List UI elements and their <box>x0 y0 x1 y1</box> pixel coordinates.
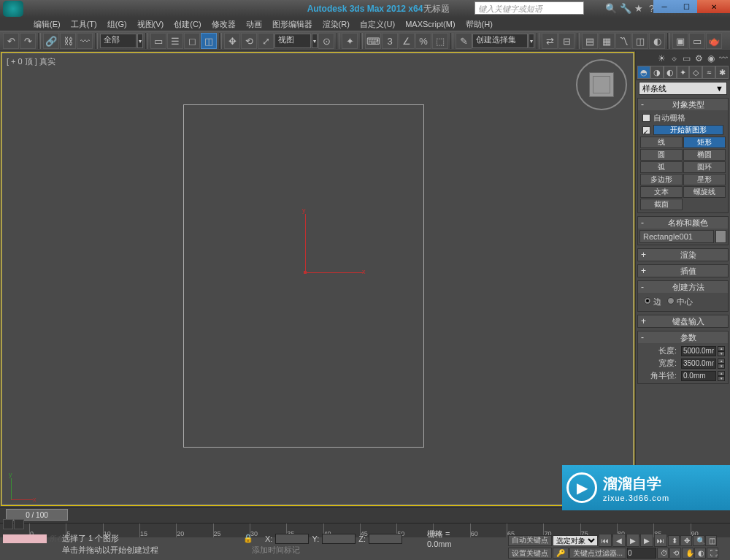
trackbar-icon-2[interactable] <box>14 519 24 529</box>
selection-filter-dropdown[interactable]: 全部 <box>100 34 137 48</box>
light-lister-icon[interactable]: ☀ <box>656 53 666 64</box>
trackbar-icon-1[interactable] <box>3 519 13 529</box>
menu-customize[interactable]: 自定义(U) <box>356 19 399 30</box>
corner-up[interactable]: ▴ <box>718 371 725 376</box>
menu-animation[interactable]: 动画 <box>242 19 266 30</box>
time-config-button[interactable]: ⏱ <box>657 548 669 559</box>
utility-icon[interactable]: 〰 <box>718 53 729 64</box>
menu-rendering[interactable]: 渲染(R) <box>318 19 354 30</box>
render-button[interactable]: 🫖 <box>706 33 722 49</box>
key-icon-button[interactable]: 🔑 <box>553 548 569 559</box>
mirror-button[interactable]: ⇄ <box>542 33 558 49</box>
pivot-center-button[interactable]: ⊙ <box>318 33 334 49</box>
corner-spinner[interactable] <box>681 371 716 381</box>
window-crossing-button[interactable]: ◫ <box>201 33 217 49</box>
tab-systems[interactable]: ✱ <box>715 66 729 79</box>
help-search-input[interactable]: 键入关键字或短语 <box>474 1 584 15</box>
create-category-dropdown[interactable]: 样条线▼ <box>639 82 727 95</box>
ngon-button[interactable]: 多边形 <box>640 174 683 185</box>
set-key-button[interactable]: 设置关键点 <box>508 548 552 559</box>
rendered-frame-button[interactable]: ▭ <box>689 33 705 49</box>
rollout-header-keyboard[interactable]: +键盘输入 <box>638 315 728 327</box>
unlink-button[interactable]: ⛓ <box>60 33 76 49</box>
rollout-header-object-type[interactable]: -对象类型 <box>638 99 728 110</box>
menu-modifiers[interactable]: 修改器 <box>207 19 240 30</box>
menu-help[interactable]: 帮助(H) <box>461 19 497 30</box>
donut-button[interactable]: 圆环 <box>683 161 726 173</box>
rectangle-button[interactable]: 矩形 <box>683 137 726 148</box>
goto-start-button[interactable]: ⏮ <box>599 534 612 547</box>
autogrid-checkbox[interactable] <box>642 114 650 122</box>
line-button[interactable]: 线 <box>640 137 683 148</box>
snap-toggle-button[interactable]: 3 <box>382 33 398 49</box>
app-logo-icon[interactable] <box>3 1 23 17</box>
move-button[interactable]: ✥ <box>224 33 240 49</box>
key-target-dropdown[interactable]: 选定对象 <box>553 535 598 546</box>
spinner-snap-button[interactable]: ⬚ <box>432 33 448 49</box>
tab-cameras[interactable]: ✦ <box>677 66 690 79</box>
undo-button[interactable]: ↶ <box>3 33 19 49</box>
rollout-header-method[interactable]: -创建方法 <box>638 281 728 293</box>
auto-key-button[interactable]: 自动关键点 <box>508 535 552 546</box>
manipulate-button[interactable]: ✦ <box>342 33 358 49</box>
nav-5-button[interactable]: ⟲ <box>669 548 681 559</box>
x-coord-input[interactable] <box>275 534 309 544</box>
tab-geometry[interactable]: ◓ <box>637 66 650 79</box>
nav-6-button[interactable]: ✋ <box>682 548 694 559</box>
select-region-button[interactable]: ◻ <box>184 33 200 49</box>
object-color-swatch[interactable] <box>715 230 726 243</box>
width-spinner[interactable] <box>681 358 716 369</box>
redo-button[interactable]: ↷ <box>20 33 36 49</box>
pink-box-icon[interactable] <box>3 534 47 543</box>
object-name-input[interactable] <box>639 230 714 243</box>
nav-8-button[interactable]: ⛶ <box>707 548 718 559</box>
rotate-button[interactable]: ⟲ <box>241 33 257 49</box>
nav-1-button[interactable]: ⬍ <box>668 535 680 546</box>
maximize-button[interactable]: ☐ <box>675 0 697 13</box>
center-radio[interactable] <box>667 297 675 304</box>
named-selection-set-dropdown[interactable]: 创建选择集 <box>472 34 528 48</box>
render-setup-button[interactable]: ▣ <box>672 33 688 49</box>
magnet-icon[interactable]: ⟐ <box>669 53 679 64</box>
key-icon[interactable]: 🔧 <box>620 3 631 15</box>
viewport-top[interactable]: [ + 0 顶 ] 真实 yx yx <box>1 53 634 505</box>
ellipse-button[interactable]: 椭圆 <box>683 149 726 161</box>
schematic-view-button[interactable]: ◫ <box>632 33 648 49</box>
corner-dn[interactable]: ▾ <box>718 376 725 381</box>
star-button[interactable]: 星形 <box>683 174 726 185</box>
section-button[interactable]: 截面 <box>640 199 683 210</box>
nav-7-button[interactable]: ◐ <box>694 548 706 559</box>
rollout-header-render[interactable]: +渲染 <box>638 249 728 261</box>
play-button[interactable]: ▶ <box>626 534 639 547</box>
nav-4-button[interactable]: ◫ <box>705 535 717 546</box>
tab-helpers[interactable]: ◇ <box>689 66 702 79</box>
link-button[interactable]: 🔗 <box>43 33 59 49</box>
percent-snap-button[interactable]: % <box>415 33 431 49</box>
search-icon[interactable]: 🔍 <box>605 3 617 15</box>
menu-maxscript[interactable]: MAXScript(M) <box>401 20 459 28</box>
display-icon[interactable]: ◉ <box>706 53 716 64</box>
length-spinner[interactable] <box>681 346 716 356</box>
length-dn[interactable]: ▾ <box>718 351 725 356</box>
rollout-header-interp[interactable]: +插值 <box>638 265 728 277</box>
selection-icon[interactable]: ▭ <box>681 53 691 64</box>
start-new-shape-button[interactable]: 开始新图形 <box>653 125 723 135</box>
select-object-button[interactable]: ▭ <box>150 33 166 49</box>
menu-tools[interactable]: 工具(T) <box>66 19 101 30</box>
lock-selection-icon[interactable]: 🔒 <box>243 534 253 543</box>
layer-manager-button[interactable]: ▤ <box>582 33 598 49</box>
angle-snap-button[interactable]: ∠ <box>399 33 415 49</box>
keyboard-shortcut-button[interactable]: ⌨ <box>365 33 381 49</box>
length-up[interactable]: ▴ <box>718 346 725 351</box>
close-button[interactable]: ✕ <box>697 0 730 13</box>
prev-frame-button[interactable]: ◀ <box>612 534 626 547</box>
select-by-name-button[interactable]: ☰ <box>167 33 183 49</box>
goto-end-button[interactable]: ⏭ <box>654 534 667 547</box>
helix-button[interactable]: 螺旋线 <box>683 186 726 198</box>
z-coord-input[interactable] <box>369 534 402 544</box>
key-filter-button[interactable]: 关键点过滤器... <box>569 548 626 559</box>
nav-2-button[interactable]: ✥ <box>680 535 692 546</box>
menu-group[interactable]: 组(G) <box>103 19 131 30</box>
viewcube[interactable] <box>576 59 627 110</box>
tab-shapes[interactable]: ◑ <box>650 66 664 79</box>
